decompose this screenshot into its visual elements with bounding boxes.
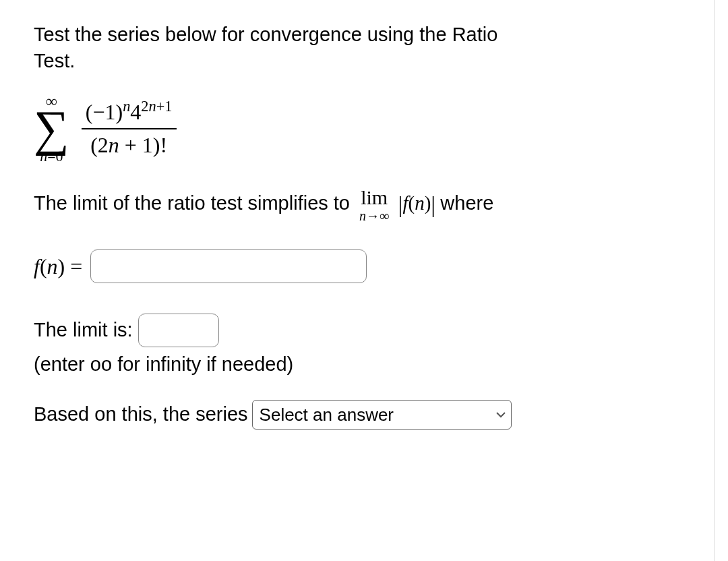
prompt-line-2: Test. bbox=[34, 50, 75, 71]
sigma-block: ∞ ∑ n=0 bbox=[34, 93, 69, 164]
limit-notation: lim n→∞ bbox=[359, 187, 389, 223]
series-expression: ∞ ∑ n=0 (−1)n42n+1 (2n + 1)! bbox=[34, 93, 694, 164]
ratio-test-text: The limit of the ratio test simplifies t… bbox=[34, 187, 694, 223]
conclusion-select[interactable]: Select an answerConvergesDivergesThe Rat… bbox=[252, 400, 512, 430]
series-fraction: (−1)n42n+1 (2n + 1)! bbox=[82, 96, 177, 161]
fn-input[interactable] bbox=[90, 249, 367, 283]
prompt-line-1: Test the series below for convergence us… bbox=[34, 24, 497, 45]
question-prompt: Test the series below for convergence us… bbox=[34, 22, 694, 74]
conclusion-row: Based on this, the series Select an answ… bbox=[34, 400, 694, 430]
conclusion-label: Based on this, the series bbox=[34, 401, 248, 427]
limit-label: The limit is: bbox=[34, 319, 138, 341]
fraction-numerator: (−1)n42n+1 bbox=[82, 96, 177, 128]
limit-input[interactable] bbox=[138, 314, 219, 347]
fn-label: f(n) = bbox=[34, 252, 82, 281]
fraction-denominator: (2n + 1)! bbox=[86, 129, 171, 161]
fn-input-row: f(n) = bbox=[34, 249, 694, 283]
limit-input-row: The limit is: bbox=[34, 314, 694, 347]
right-divider bbox=[714, 0, 715, 561]
sigma-lower-bound: n=0 bbox=[40, 149, 63, 164]
hint-text: (enter oo for infinity if needed) bbox=[34, 351, 694, 378]
sigma-symbol: ∑ bbox=[34, 107, 69, 150]
